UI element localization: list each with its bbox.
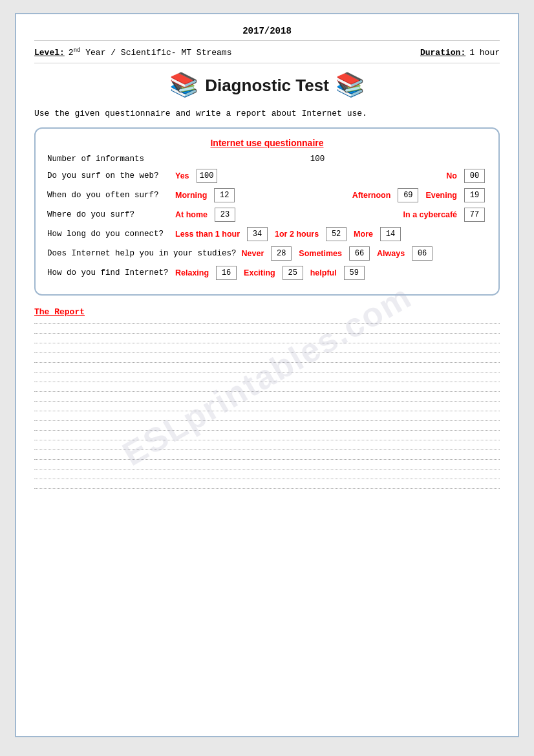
level-value: 2nd Year / Scientific- MT Streams [69, 47, 232, 58]
questionnaire-box: Internet use questionnaire Number of inf… [34, 127, 500, 296]
books-left-icon: 📚 [169, 71, 198, 100]
q-box-sometimes: 66 [349, 246, 370, 261]
q-row-howlong: How long do you connect? Less than 1 hou… [47, 227, 487, 241]
title-section: 📚 Diagnostic Test 📚 [34, 71, 500, 100]
q-option-always: Always [377, 249, 405, 258]
q-row-help: Does Internet help you in your studies? … [47, 246, 487, 261]
q-row-where: Where do you surf? At home 23 In a cyber… [47, 208, 487, 222]
q-label-1: When do you often surf? [47, 191, 170, 200]
duration-value: 1 hour [469, 48, 500, 58]
q-option-no: No [446, 171, 457, 180]
q-option-afternoon: Afternoon [352, 191, 391, 200]
q-option-athome: At home [175, 210, 208, 219]
level-left: Level: 2nd Year / Scientific- MT Streams [34, 47, 231, 58]
q-box-cybercafe: 77 [464, 208, 485, 222]
line-7 [34, 382, 500, 382]
line-8 [34, 391, 500, 392]
q-box-evening: 19 [464, 188, 485, 202]
informants-label: Number of informants [47, 155, 144, 164]
q-box-yes: 100 [197, 169, 217, 183]
line-9 [34, 401, 500, 402]
q-option-relaxing: Relaxing [175, 268, 209, 277]
q-label-3: How long do you connect? [47, 230, 170, 239]
q-option-sometimes: Sometimes [299, 249, 342, 258]
informants-row: Number of informants 100 [47, 155, 487, 164]
page-title: Diagnostic Test [205, 76, 329, 96]
q-row-find: How do you find Internet? Relaxing 16 Ex… [47, 266, 487, 280]
level-row: Level: 2nd Year / Scientific- MT Streams… [34, 47, 500, 63]
q-option-1or2: 1or 2 hours [275, 230, 319, 239]
q-option-more: More [354, 230, 373, 239]
line-3 [34, 343, 500, 343]
line-4 [34, 352, 500, 353]
line-5 [34, 362, 500, 363]
q-option-helpful: helpful [310, 268, 337, 277]
line-6 [34, 372, 500, 373]
page: ESLprintables.com 2017/2018 Level: 2nd Y… [15, 13, 519, 737]
q-row-when: When do you often surf? Morning 12 After… [47, 188, 487, 202]
q-box-no: 00 [464, 169, 485, 183]
q-option-never: Never [242, 249, 264, 258]
q-label-2: Where do you surf? [47, 210, 170, 219]
q-box-always: 06 [412, 246, 433, 261]
writing-lines [34, 323, 500, 489]
report-title[interactable]: The Report [34, 307, 500, 317]
line-1 [34, 323, 500, 324]
q-option-exciting: Exciting [244, 268, 275, 277]
q-box-athome: 23 [215, 208, 235, 222]
q-box-morning: 12 [214, 188, 235, 202]
line-17 [34, 479, 500, 479]
instruction-text: Use the given questionnaire and write a … [34, 109, 500, 118]
q-label-4: Does Internet help you in your studies? [47, 249, 237, 258]
q-box-lessthan1: 34 [247, 227, 268, 241]
q-option-lessthan1: Less than 1 hour [175, 230, 240, 239]
line-2 [34, 333, 500, 334]
q-box-afternoon: 69 [398, 188, 418, 202]
report-section: The Report [34, 307, 500, 489]
questionnaire-title: Internet use questionnaire [47, 138, 487, 148]
q-box-helpful: 59 [344, 266, 365, 280]
q-box-relaxing: 16 [216, 266, 237, 280]
line-15 [34, 459, 500, 460]
line-11 [34, 420, 500, 421]
q-option-yes: Yes [175, 171, 189, 180]
year-text: 2017/2018 [242, 26, 292, 36]
level-label: Level: [34, 48, 65, 58]
line-12 [34, 430, 500, 431]
year-header: 2017/2018 [34, 26, 500, 41]
line-13 [34, 440, 500, 440]
books-right-icon: 📚 [336, 71, 365, 100]
q-label-5: How do you find Internet? [47, 268, 170, 277]
q-option-evening: Evening [425, 191, 457, 200]
q-option-cybercafe: In a cybercafé [403, 210, 457, 219]
line-18 [34, 488, 500, 489]
q-label-0: Do you surf on the web? [47, 171, 170, 180]
line-14 [34, 449, 500, 450]
line-16 [34, 469, 500, 470]
q-box-never: 28 [271, 246, 292, 261]
q-option-morning: Morning [175, 191, 207, 200]
q-box-exciting: 25 [283, 266, 303, 280]
q-box-1or2: 52 [326, 227, 347, 241]
informants-value: 100 [148, 155, 487, 164]
q-box-more: 14 [380, 227, 401, 241]
line-10 [34, 411, 500, 411]
duration-label: Duration: [420, 48, 465, 58]
q-row-surf: Do you surf on the web? Yes 100 No 00 [47, 169, 487, 183]
duration-section: Duration: 1 hour [420, 48, 500, 58]
